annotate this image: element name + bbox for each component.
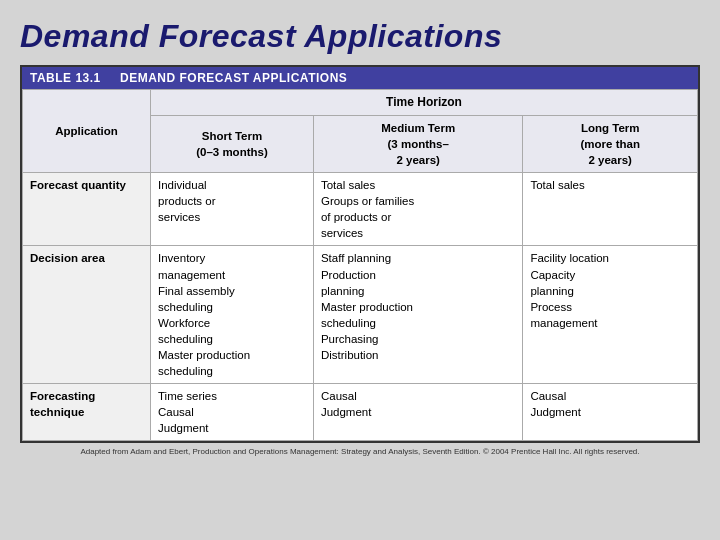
time-horizon-header: Time Horizon	[151, 90, 698, 116]
long-term-header: Long Term(more than2 years)	[523, 115, 698, 172]
row-long-decision: Facility locationCapacityplanningProcess…	[523, 246, 698, 384]
main-table: Application Time Horizon Short Term(0–3 …	[22, 89, 698, 441]
footer: Adapted from Adam and Ebert, Production …	[20, 447, 700, 456]
row-label-decision: Decision area	[23, 246, 151, 384]
table-header: TABLE 13.1 DEMAND FORECAST APPLICATIONS	[22, 67, 698, 89]
page-title: Demand Forecast Applications	[20, 18, 700, 55]
row-long-technique: CausalJudgment	[523, 384, 698, 441]
application-header: Application	[23, 90, 151, 173]
medium-term-header: Medium Term(3 months–2 years)	[313, 115, 522, 172]
short-term-header: Short Term(0–3 months)	[151, 115, 314, 172]
row-medium-technique: CausalJudgment	[313, 384, 522, 441]
row-long-forecast: Total sales	[523, 173, 698, 246]
row-short-technique: Time seriesCausalJudgment	[151, 384, 314, 441]
row-medium-decision: Staff planningProductionplanningMaster p…	[313, 246, 522, 384]
row-label-forecast: Forecast quantity	[23, 173, 151, 246]
table-row: Decision area InventorymanagementFinal a…	[23, 246, 698, 384]
row-label-technique: Forecastingtechnique	[23, 384, 151, 441]
table-title: DEMAND FORECAST APPLICATIONS	[120, 71, 347, 85]
row-medium-forecast: Total salesGroups or familiesof products…	[313, 173, 522, 246]
table-row: Forecast quantity Individualproducts ors…	[23, 173, 698, 246]
table-label: TABLE 13.1	[30, 71, 101, 85]
page: Demand Forecast Applications TABLE 13.1 …	[0, 0, 720, 540]
row-short-forecast: Individualproducts orservices	[151, 173, 314, 246]
table-row: Forecastingtechnique Time seriesCausalJu…	[23, 384, 698, 441]
table-wrapper: TABLE 13.1 DEMAND FORECAST APPLICATIONS …	[20, 65, 700, 443]
row-short-decision: InventorymanagementFinal assemblyschedul…	[151, 246, 314, 384]
